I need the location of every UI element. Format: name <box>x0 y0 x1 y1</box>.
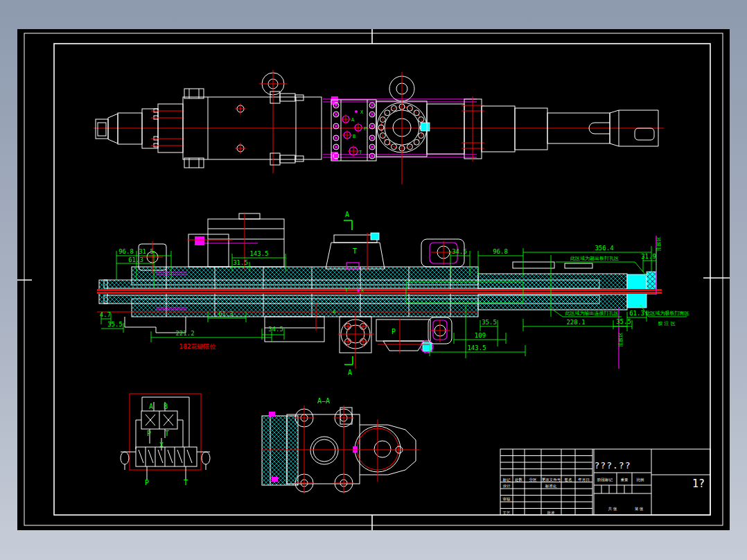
tb-standard: 标准化 <box>545 484 557 489</box>
aa-label: A—A <box>317 397 330 405</box>
region-note-top: 此区域为超出板打孔区 <box>570 256 619 261</box>
schematic-label-x: X <box>159 441 164 449</box>
tb-zone: 分区 <box>529 478 538 482</box>
rotated-note-1: 注胶区 <box>656 237 662 252</box>
dim: 35.5 <box>482 319 497 326</box>
schematic-label-a: A <box>149 403 153 410</box>
tb-process: 工艺 <box>503 511 511 515</box>
schematic-label-b: B <box>164 403 168 410</box>
dim: 109 <box>475 332 486 339</box>
tb-date: 年月日 <box>578 478 590 482</box>
dim: 31.5 <box>139 248 154 255</box>
sheet-number: 1? <box>692 478 705 490</box>
dim: 143.5 <box>467 344 486 351</box>
schematic-label-p: P <box>147 430 151 437</box>
tb-design: 设计 <box>503 484 511 488</box>
tb-scale: 比例 <box>637 478 644 482</box>
schematic-port-t: T <box>184 479 188 487</box>
dim: 61.3 <box>128 256 143 263</box>
dim: 4.7 <box>100 311 111 318</box>
dim: 96.8 <box>118 248 134 255</box>
tb-check: 审核 <box>503 497 511 501</box>
cyan-marker <box>421 123 430 131</box>
tb-total-sheets: 共 张 <box>608 507 617 511</box>
tb-weight: 重量 <box>621 478 629 482</box>
tb-docno: 更改文件号 <box>542 478 561 482</box>
tb-approve: 批准 <box>547 511 556 516</box>
region-note-right1: 此区域为极板打面区 <box>645 310 689 316</box>
spline-note: 182花键限位 <box>179 343 216 350</box>
schematic-label-t: T <box>165 430 169 437</box>
tb-mark: 标记 <box>502 478 511 482</box>
schematic-port-p: P <box>145 479 149 487</box>
dim: 35.5 <box>107 321 123 328</box>
dim: 143.5 <box>249 250 268 257</box>
port-label-b: B <box>353 134 355 139</box>
dim: 35.5 <box>616 318 631 325</box>
drawing-canvas[interactable]: X A P B T <box>0 0 747 560</box>
dim: 61.3 <box>629 310 644 317</box>
cut-label-top: A <box>345 211 349 218</box>
tb-sheet-of: 第 张 <box>635 507 644 511</box>
tb-stage: 阶段标记 <box>597 478 613 482</box>
rotated-note-2: 注胶区 <box>617 333 624 347</box>
p-block-label: P <box>392 328 396 335</box>
dim: 31.5 <box>233 259 248 266</box>
tb-sign: 签名 <box>565 478 572 482</box>
dim: 228.1 <box>566 319 585 326</box>
dim: 356.4 <box>595 245 613 252</box>
dim: 34.5 <box>268 326 283 333</box>
center-x-label: x <box>361 288 364 293</box>
region-note-right2: 胶 注 区 <box>658 320 675 326</box>
dim: 221.2 <box>175 330 194 337</box>
dim: 34.5 <box>452 248 467 255</box>
cut-label-bottom: A <box>348 369 352 376</box>
region-note-mid: 此区域为输出连接打孔区 <box>565 310 619 316</box>
tb-count: 处数 <box>515 478 523 482</box>
dim: 96.8 <box>493 248 508 255</box>
cap-t-label: T <box>353 247 357 255</box>
port-label-p: P <box>364 126 367 132</box>
dim: 61.3 <box>218 310 234 317</box>
dim: 31.9 <box>641 253 656 260</box>
cad-viewport: X A P B T <box>0 0 747 560</box>
drawing-title: ???.?? <box>595 460 631 471</box>
